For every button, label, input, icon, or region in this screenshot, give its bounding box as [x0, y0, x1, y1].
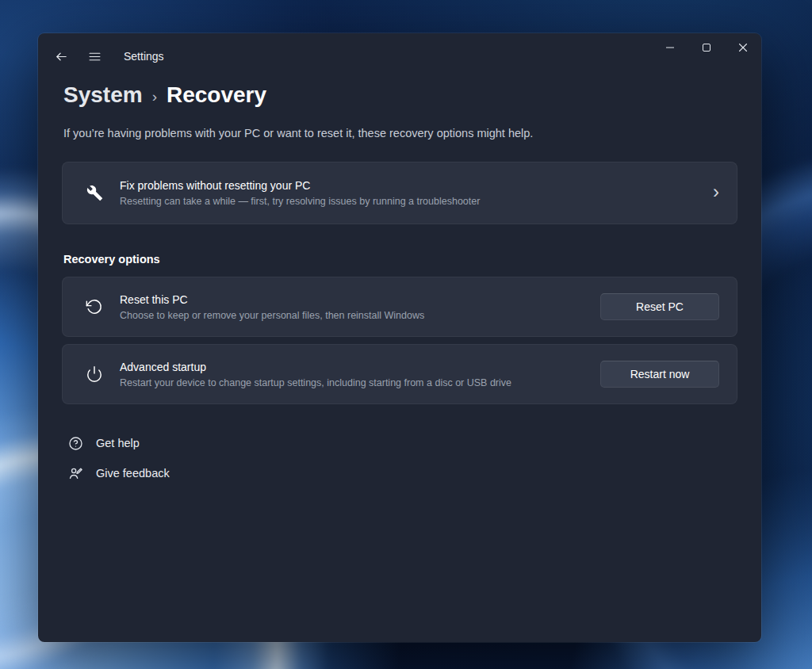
advanced-startup-subtitle: Restart your device to change startup se…	[120, 377, 511, 388]
breadcrumb-recovery: Recovery	[167, 82, 266, 108]
titlebar: Settings	[38, 33, 761, 79]
minimize-icon	[665, 43, 675, 52]
fix-problems-subtitle: Resetting can take a while — first, try …	[120, 196, 480, 207]
reset-pc-subtitle: Choose to keep or remove your personal f…	[120, 310, 424, 321]
restart-power-icon	[85, 365, 104, 384]
hamburger-menu-icon	[88, 50, 102, 63]
chevron-right-icon: ›	[713, 182, 719, 205]
reset-pc-card: Reset this PC Choose to keep or remove y…	[62, 277, 737, 337]
get-help-link[interactable]: Get help	[68, 433, 140, 453]
help-icon	[68, 436, 83, 451]
maximize-icon	[702, 43, 711, 52]
fix-problems-title: Fix problems without resetting your PC	[120, 179, 480, 192]
recovery-options-heading: Recovery options	[63, 253, 737, 266]
maximize-button[interactable]	[688, 33, 725, 62]
page-content: System › Recovery If you’re having probl…	[38, 82, 761, 484]
restart-now-button[interactable]: Restart now	[600, 361, 719, 388]
reset-pc-title: Reset this PC	[120, 293, 424, 306]
settings-window: Settings	[38, 33, 761, 642]
reset-arrow-icon	[85, 297, 104, 316]
minimize-button[interactable]	[652, 33, 688, 62]
footer-links: Get help Give feedback	[68, 433, 737, 484]
feedback-icon	[68, 466, 83, 481]
give-feedback-label: Give feedback	[96, 467, 170, 480]
wrench-icon	[85, 184, 104, 203]
advanced-startup-card: Advanced startup Restart your device to …	[62, 344, 737, 404]
window-title: Settings	[124, 50, 164, 63]
fix-problems-text: Fix problems without resetting your PC R…	[120, 179, 480, 207]
breadcrumb-chevron-icon: ›	[152, 88, 157, 105]
desktop: Settings	[0, 0, 812, 669]
get-help-label: Get help	[96, 437, 140, 449]
reset-pc-button[interactable]: Reset PC	[600, 293, 719, 320]
page-description: If you’re having problems with your PC o…	[63, 127, 737, 140]
back-button[interactable]	[48, 43, 75, 70]
close-icon	[738, 43, 748, 52]
breadcrumb-system[interactable]: System	[63, 82, 143, 108]
advanced-startup-text: Advanced startup Restart your device to …	[120, 361, 511, 388]
caption-controls	[652, 33, 761, 62]
advanced-startup-title: Advanced startup	[120, 361, 511, 373]
reset-pc-text: Reset this PC Choose to keep or remove y…	[120, 293, 424, 321]
nav-menu-button[interactable]	[81, 43, 108, 70]
back-arrow-icon	[55, 50, 68, 63]
breadcrumb: System › Recovery	[63, 82, 737, 108]
fix-problems-card[interactable]: Fix problems without resetting your PC R…	[62, 162, 737, 224]
recovery-options-group: Reset this PC Choose to keep or remove y…	[62, 277, 737, 404]
close-button[interactable]	[725, 33, 761, 62]
give-feedback-link[interactable]: Give feedback	[68, 463, 170, 484]
